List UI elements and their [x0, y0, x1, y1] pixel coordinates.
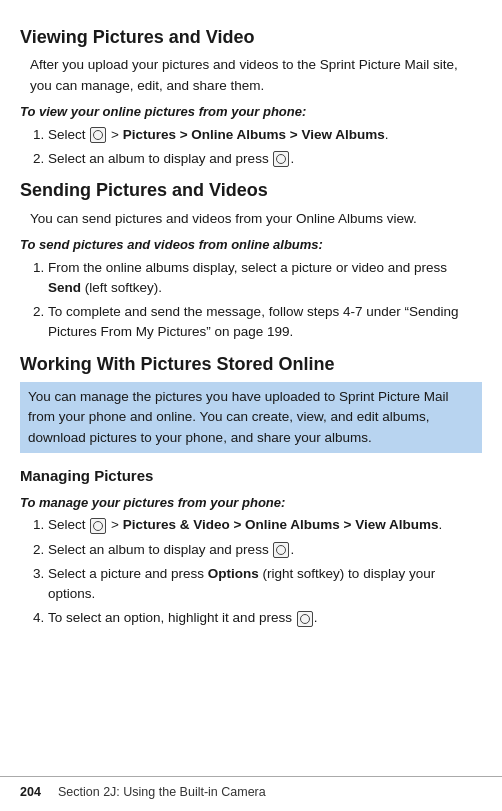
viewing-instruction-label: To view your online pictures from your p…: [20, 103, 482, 122]
heading-managing: Managing Pictures: [20, 465, 482, 487]
sending-step-2: To complete and send the message, follow…: [48, 302, 482, 343]
sending-step-1: From the online albums display, select a…: [48, 258, 482, 299]
ok-icon-m4: [297, 611, 313, 627]
viewing-step-2-text: Select an album to display and press .: [48, 151, 294, 166]
managing-step-1: Select > Pictures & Video > Online Album…: [48, 515, 482, 535]
managing-step-2: Select an album to display and press .: [48, 540, 482, 560]
managing-step-3: Select a picture and press Options (righ…: [48, 564, 482, 605]
heading-sending: Sending Pictures and Videos: [20, 179, 482, 202]
managing-instruction-label: To manage your pictures from your phone:: [20, 494, 482, 513]
menu-icon-v1: [90, 127, 106, 143]
sending-instruction-label: To send pictures and videos from online …: [20, 236, 482, 255]
managing-step-4: To select an option, highlight it and pr…: [48, 608, 482, 628]
section-working: Working With Pictures Stored Online You …: [20, 353, 482, 629]
viewing-step-1: Select > Pictures > Online Albums > View…: [48, 125, 482, 145]
page-container: Viewing Pictures and Video After you upl…: [0, 0, 502, 811]
heading-viewing: Viewing Pictures and Video: [20, 26, 482, 49]
ok-icon-m2: [273, 542, 289, 558]
footer-section-label: Section 2J: Using the Built-in Camera: [58, 783, 266, 801]
viewing-step-2: Select an album to display and press .: [48, 149, 482, 169]
footer-page-number: 204: [20, 783, 50, 801]
managing-steps: Select > Pictures & Video > Online Album…: [48, 515, 482, 628]
sending-steps: From the online albums display, select a…: [48, 258, 482, 343]
heading-working: Working With Pictures Stored Online: [20, 353, 482, 376]
section-managing: Managing Pictures To manage your picture…: [20, 465, 482, 629]
page-footer: 204 Section 2J: Using the Built-in Camer…: [0, 776, 502, 801]
viewing-intro: After you upload your pictures and video…: [30, 55, 482, 96]
ok-icon-v2: [273, 151, 289, 167]
section-sending: Sending Pictures and Videos You can send…: [20, 179, 482, 342]
viewing-step-1-text: Select > Pictures > Online Albums > View…: [48, 127, 389, 142]
working-highlight: You can manage the pictures you have upl…: [20, 382, 482, 453]
menu-icon-m1: [90, 518, 106, 534]
section-viewing: Viewing Pictures and Video After you upl…: [20, 26, 482, 169]
viewing-steps: Select > Pictures > Online Albums > View…: [48, 125, 482, 170]
sending-intro: You can send pictures and videos from yo…: [30, 209, 482, 229]
